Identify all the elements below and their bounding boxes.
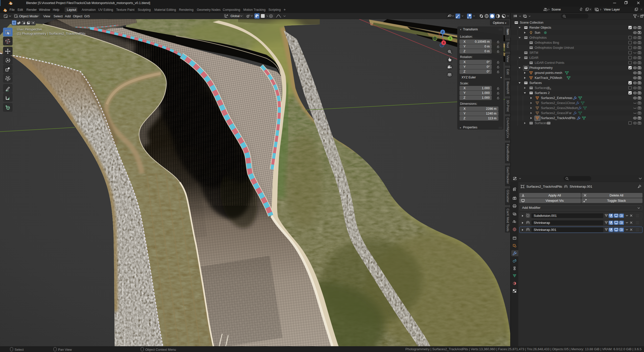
- svg-text:Y: Y: [449, 37, 451, 40]
- svg-text:Z: Z: [442, 31, 443, 33]
- svg-text:X: X: [443, 41, 445, 44]
